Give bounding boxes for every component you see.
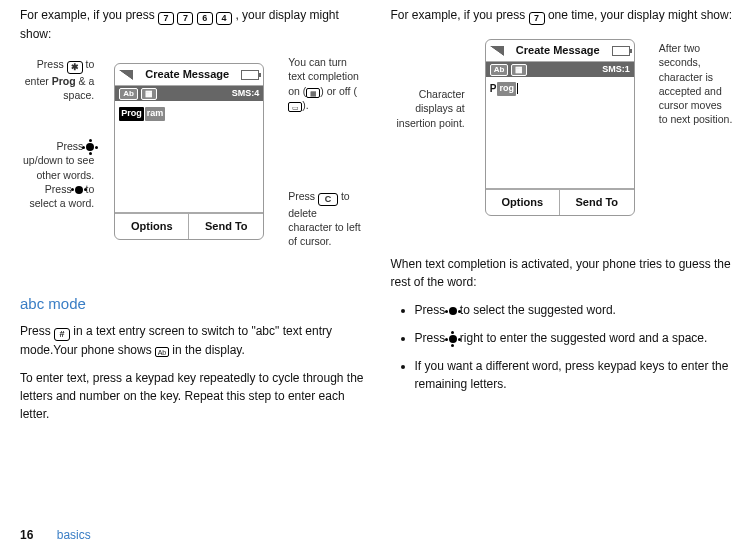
mode-indicator: Ab — [490, 64, 509, 76]
typed-suggested: ram — [145, 107, 166, 121]
keycap-7: 7 — [158, 12, 174, 25]
completion-off-icon: ▭ — [288, 102, 302, 112]
bullet-2: Press right to enter the suggested word … — [415, 329, 736, 347]
right-phone-diagram: Character displays at insertion point. A… — [393, 35, 733, 245]
mode-indicator: Ab — [119, 88, 138, 100]
abc-indicator-icon: Ab — [155, 347, 169, 357]
signal-icon — [490, 46, 504, 56]
keycap-clear: C — [318, 193, 338, 206]
callout-insertion: Character displays at insertion point. — [393, 87, 465, 130]
abc-mode-heading: abc mode — [20, 293, 365, 316]
cursor-icon — [517, 83, 518, 94]
nav-icon — [86, 143, 94, 151]
keycap-4: 4 — [216, 12, 232, 25]
phone-screen: Create Message Ab▦ SMS:4 Program Options… — [114, 63, 264, 240]
typed-char: P — [490, 81, 497, 96]
text: For example, if you press — [20, 8, 158, 22]
sms-counter: SMS:4 — [232, 87, 260, 101]
abc-para-1: Press # in a text entry screen to switch… — [20, 322, 365, 359]
battery-icon — [241, 70, 259, 80]
phone-statusbar: Ab▦ SMS:4 — [115, 86, 263, 102]
callout-star: Press ✱ to enter Prog & a space. — [22, 57, 94, 102]
right-para-2: When text completion is activated, your … — [391, 255, 736, 291]
softkey-options[interactable]: Options — [115, 213, 189, 239]
phone-statusbar: Ab▦ SMS:1 — [486, 62, 634, 78]
typed-suggested: rog — [497, 82, 516, 96]
right-column: For example, if you press 7 one time, yo… — [391, 6, 736, 550]
callout-nav: Press up/down to see other words. Press … — [22, 139, 94, 210]
callout-completion: You can turn text completion on (▦) or o… — [288, 55, 362, 112]
phone-body: Prog — [486, 77, 634, 189]
phone-title: Create Message — [516, 42, 600, 59]
callout-delete: Press C to delete character to left of c… — [288, 189, 362, 248]
phone-body: Program — [115, 101, 263, 213]
callout-accepted: After two seconds, character is accepted… — [659, 41, 733, 126]
left-column: For example, if you press 7 7 6 4 , your… — [20, 6, 365, 550]
nav-icon — [449, 335, 457, 343]
completion-indicator: ▦ — [141, 88, 157, 100]
bullet-list: Press to select the suggested word. Pres… — [391, 301, 736, 393]
keycap-hash: # — [54, 328, 70, 341]
page-footer: 16 basics — [20, 526, 91, 544]
phone-title: Create Message — [145, 66, 229, 83]
battery-icon — [612, 46, 630, 56]
abc-para-2: To enter text, press a keypad key repeat… — [20, 369, 365, 423]
right-intro: For example, if you press 7 one time, yo… — [391, 6, 736, 25]
completion-indicator: ▦ — [511, 64, 527, 76]
bullet-3: If you want a different word, press keyp… — [415, 357, 736, 393]
keycap-7: 7 — [529, 12, 545, 25]
typed-committed: Prog — [119, 107, 144, 121]
center-icon — [75, 186, 83, 194]
softkey-options[interactable]: Options — [486, 189, 560, 215]
left-phone-diagram: Press ✱ to enter Prog & a space. Press u… — [22, 53, 362, 279]
keycap-7: 7 — [177, 12, 193, 25]
softkey-row: Options Send To — [486, 189, 634, 215]
keycap-star: ✱ — [67, 61, 83, 74]
sms-counter: SMS:1 — [602, 63, 630, 77]
bullet-1: Press to select the suggested word. — [415, 301, 736, 319]
page-number: 16 — [20, 528, 33, 542]
softkey-sendto[interactable]: Send To — [560, 189, 634, 215]
signal-icon — [119, 70, 133, 80]
left-intro: For example, if you press 7 7 6 4 , your… — [20, 6, 365, 43]
softkey-sendto[interactable]: Send To — [189, 213, 263, 239]
softkey-row: Options Send To — [115, 213, 263, 239]
section-label: basics — [57, 528, 91, 542]
keycap-6: 6 — [197, 12, 213, 25]
center-icon — [449, 307, 457, 315]
phone-screen: Create Message Ab▦ SMS:1 Prog Options Se… — [485, 39, 635, 216]
phone-titlebar: Create Message — [486, 40, 634, 62]
phone-titlebar: Create Message — [115, 64, 263, 86]
completion-on-icon: ▦ — [306, 88, 320, 98]
